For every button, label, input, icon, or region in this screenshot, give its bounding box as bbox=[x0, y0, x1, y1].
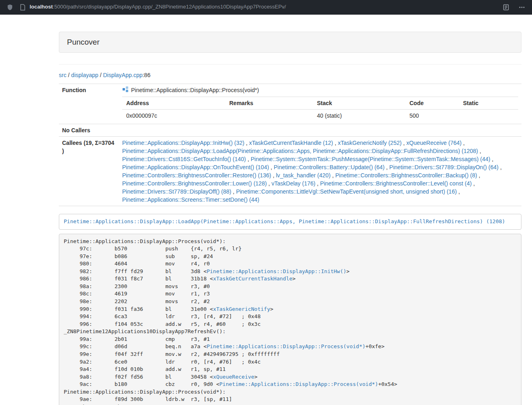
callee-link[interactable]: Pinetime::Controllers::BrightnessControl… bbox=[320, 180, 472, 187]
callee-link[interactable]: Pinetime::Controllers::BrightnessControl… bbox=[122, 172, 271, 179]
breadcrumb-link[interactable]: displayapp bbox=[71, 72, 98, 78]
divider bbox=[59, 64, 521, 65]
callee-link[interactable]: Pinetime::System::SystemTask::PushMessag… bbox=[251, 156, 491, 162]
function-stats-table: Address Remarks Stack Code Static 0x0000… bbox=[122, 97, 518, 122]
function-name: Pinetime::Applications::DisplayApp::Proc… bbox=[131, 86, 259, 94]
callee-link[interactable]: xQueueReceive (764) bbox=[406, 140, 461, 146]
selected-symbol-link[interactable]: Pinetime::Applications::DisplayApp::Load… bbox=[64, 218, 505, 224]
callees-label: Callees (19, Σ=3704 ) bbox=[59, 136, 119, 206]
no-callers-row: No Callers bbox=[59, 124, 521, 136]
callee-link[interactable]: Pinetime::Drivers::Cst816S::GetTouchInfo… bbox=[122, 156, 246, 162]
callee-link[interactable]: vTaskDelay (176) bbox=[271, 180, 315, 187]
callee-link[interactable]: Pinetime::Drivers::St7789::DisplayOn() (… bbox=[389, 164, 498, 170]
address-value: 0x0000097c bbox=[122, 109, 225, 122]
code-size-value: 500 bbox=[405, 109, 459, 122]
reader-mode-icon[interactable] bbox=[502, 3, 510, 11]
callee-link[interactable]: Pinetime::Applications::DisplayApp::OnTo… bbox=[122, 164, 269, 170]
disassembly-symbol-link[interactable]: xTaskGetCurrentTaskHandle bbox=[213, 276, 293, 282]
disassembly-symbol-link[interactable]: Pinetime::Applications::DisplayApp::Proc… bbox=[220, 381, 378, 387]
browser-chrome: localhost:5000/path/src/displayapp/Displ… bbox=[0, 0, 532, 15]
url-host: localhost bbox=[30, 4, 53, 10]
disassembly-symbol-link[interactable]: Pinetime::Applications::DisplayApp::Proc… bbox=[207, 343, 365, 349]
page-content: Puncover src / displayapp / DisplayApp.c… bbox=[59, 15, 521, 405]
url-path: :5000/path/src/displayapp/DisplayApp.cpp… bbox=[53, 4, 286, 10]
no-callers-label: No Callers bbox=[59, 124, 119, 136]
callee-link[interactable]: Pinetime::Controllers::BrightnessControl… bbox=[122, 180, 267, 187]
breadcrumb-separator: / bbox=[67, 72, 71, 78]
column-remarks: Remarks bbox=[225, 97, 313, 109]
static-value bbox=[459, 109, 518, 122]
callees-list: Pinetime::Applications::DisplayApp::Init… bbox=[119, 136, 521, 206]
overflow-menu-icon[interactable] bbox=[517, 3, 526, 11]
disassembly-block: Pinetime::Applications::DisplayApp::Proc… bbox=[59, 234, 521, 405]
stats-header-row: Address Remarks Stack Code Static bbox=[122, 97, 518, 109]
breadcrumb-link[interactable]: DisplayApp.cpp bbox=[103, 72, 142, 78]
selected-symbol-box: Pinetime::Applications::DisplayApp::Load… bbox=[59, 214, 521, 230]
callee-link[interactable]: xTaskGenericNotify (252) bbox=[338, 140, 401, 146]
breadcrumb-link[interactable]: src bbox=[59, 72, 67, 78]
stats-value-row: 0x0000097c 40 (static) 500 bbox=[122, 109, 518, 122]
column-stack: Stack bbox=[313, 97, 405, 109]
function-label: Function bbox=[59, 84, 119, 124]
address-bar[interactable]: localhost:5000/path/src/displayapp/Displ… bbox=[30, 3, 497, 11]
column-code: Code bbox=[405, 97, 459, 109]
app-title: Puncover bbox=[67, 38, 99, 46]
stack-value: 40 (static) bbox=[313, 109, 405, 122]
remarks-value bbox=[225, 109, 313, 122]
column-static: Static bbox=[459, 97, 518, 109]
callee-link[interactable]: Pinetime::Applications::DisplayApp::Load… bbox=[122, 148, 478, 154]
function-name-line: Pinetime::Applications::DisplayApp::Proc… bbox=[122, 86, 518, 95]
app-header: Puncover bbox=[59, 32, 521, 53]
callee-link[interactable]: Pinetime::Components::LittleVgl::SetNewT… bbox=[236, 188, 457, 195]
column-address: Address bbox=[122, 97, 225, 109]
page-icon bbox=[19, 3, 26, 11]
shield-icon[interactable] bbox=[6, 3, 14, 12]
callees-row: Callees (19, Σ=3704 ) Pinetime::Applicat… bbox=[59, 136, 521, 206]
disassembly-symbol-link[interactable]: Pinetime::Applications::DisplayApp::Init… bbox=[207, 268, 346, 274]
function-info-table: Function Pinetime::Applications::Display… bbox=[59, 84, 521, 206]
disassembly-symbol-link[interactable]: xTaskGenericNotify bbox=[213, 306, 270, 312]
callee-link[interactable]: Pinetime::Controllers::BrightnessControl… bbox=[335, 172, 477, 179]
function-row: Function Pinetime::Applications::Display… bbox=[59, 84, 521, 124]
callee-link[interactable]: Pinetime::Applications::DisplayApp::Init… bbox=[122, 140, 244, 146]
callee-link[interactable]: lv_task_handler (420) bbox=[276, 172, 331, 179]
disassembly-symbol-link[interactable]: xQueueReceive bbox=[213, 374, 254, 380]
breadcrumb-line-number: :86 bbox=[142, 72, 150, 78]
function-icon bbox=[122, 86, 129, 95]
callee-link[interactable]: xTaskGetCurrentTaskHandle (12) bbox=[249, 140, 333, 146]
breadcrumb: src / displayapp / DisplayApp.cpp:86 bbox=[59, 71, 521, 80]
breadcrumb-separator: / bbox=[98, 72, 103, 78]
callee-link[interactable]: Pinetime::Controllers::Battery::Update()… bbox=[274, 164, 385, 170]
callee-link[interactable]: Pinetime::Applications::Screens::Timer::… bbox=[122, 196, 259, 203]
callee-link[interactable]: Pinetime::Drivers::St7789::DisplayOff() … bbox=[122, 188, 231, 195]
